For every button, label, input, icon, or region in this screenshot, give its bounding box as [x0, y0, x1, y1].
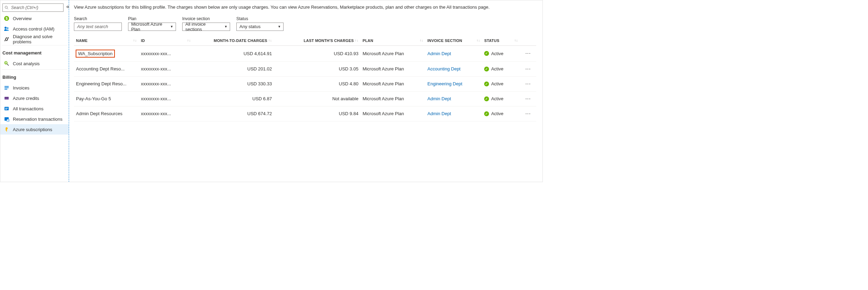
svg-line-8 — [7, 64, 9, 66]
nav-overview[interactable]: $Overview — [0, 13, 69, 24]
row-more-button[interactable]: ··· — [520, 61, 536, 76]
plan-value: Microsoft Azure Plan — [361, 61, 425, 76]
status-check-icon — [484, 96, 489, 101]
invoice-section-link[interactable]: Admin Dept — [425, 91, 482, 106]
filter-status-value: Any status — [239, 24, 261, 29]
col-id[interactable]: ID↑↓ — [139, 36, 193, 46]
last-month-charges: USD 9.84 — [274, 106, 360, 121]
mtd-charges: USD 674.72 — [193, 106, 274, 121]
invoice-section-link[interactable]: Admin Dept — [425, 45, 482, 61]
mtd-charges: USD 6.87 — [193, 91, 274, 106]
nav-iam[interactable]: Access control (IAM) — [0, 24, 69, 34]
nav-label: Access control (IAM) — [13, 26, 54, 32]
col-name[interactable]: NAME↑↓ — [74, 36, 139, 46]
subscription-id: xxxxxxxx-xxx... — [139, 45, 193, 61]
plan-value: Microsoft Azure Plan — [361, 45, 425, 61]
status-text: Active — [491, 51, 503, 56]
page-description: View Azure subscriptions for this billin… — [74, 4, 536, 11]
invoice-section-link[interactable]: Engineering Dept — [425, 76, 482, 91]
filter-invoice-label: Invoice section — [182, 16, 230, 21]
transactions-icon — [4, 106, 9, 111]
filter-invoice-select[interactable]: All invoice sections ▾ — [182, 23, 230, 31]
credits-icon — [4, 95, 9, 101]
nav-transactions[interactable]: All transactions — [0, 103, 69, 114]
nav-credits[interactable]: Azure credits — [0, 93, 69, 103]
mtd-charges: USD 4,614.91 — [193, 45, 274, 61]
filter-status-select[interactable]: Any status ▾ — [236, 23, 284, 31]
filter-plan-value: Microsoft Azure Plan — [131, 22, 168, 32]
table-row[interactable]: Admin Dept Resourcesxxxxxxxx-xxx...USD 6… — [74, 106, 536, 121]
nav-label: Overview — [13, 16, 32, 21]
reservations-icon — [4, 116, 9, 122]
col-status[interactable]: STATUS↑↓ — [482, 36, 520, 46]
col-plan[interactable]: PLAN↑↓ — [361, 36, 425, 46]
table-row[interactable]: Engineering Dept Reso...xxxxxxxx-xxx...U… — [74, 76, 536, 91]
svg-point-4 — [5, 27, 7, 29]
nav-diagnose[interactable]: Diagnose and solve problems — [0, 34, 69, 44]
col-invoice[interactable]: INVOICE SECTION↑↓ — [425, 36, 482, 46]
status-text: Active — [491, 111, 503, 116]
status-check-icon — [484, 82, 489, 86]
sidebar: « $OverviewAccess control (IAM)Diagnose … — [0, 0, 69, 182]
row-more-button[interactable]: ··· — [520, 106, 536, 121]
svg-rect-21 — [5, 129, 6, 131]
svg-point-5 — [7, 27, 9, 29]
nav-invoices[interactable]: Invoices — [0, 83, 69, 93]
nav-label: All transactions — [13, 106, 43, 111]
invoices-icon — [4, 85, 9, 91]
diagnose-icon — [4, 36, 9, 42]
status-text: Active — [491, 96, 503, 101]
nav-label: Diagnose and solve problems — [13, 34, 69, 44]
row-more-button[interactable]: ··· — [520, 76, 536, 91]
nav-reservations[interactable]: Reservation transactions — [0, 114, 69, 124]
table-row[interactable]: Pay-As-You-Go 5xxxxxxxx-xxx...USD 6.87No… — [74, 91, 536, 106]
chevron-down-icon: ▾ — [278, 24, 280, 29]
filter-plan-select[interactable]: Microsoft Azure Plan ▾ — [128, 23, 176, 31]
nav-cost-analysis[interactable]: $Cost analysis — [0, 58, 69, 69]
subscription-id: xxxxxxxx-xxx... — [139, 106, 193, 121]
subscriptions-icon — [4, 127, 9, 132]
table-row[interactable]: Accounting Dept Reso...xxxxxxxx-xxx...US… — [74, 61, 536, 76]
last-month-charges: Not available — [274, 91, 360, 106]
last-month-charges: USD 4.80 — [274, 76, 360, 91]
subscriptions-table: NAME↑↓ ID↑↓ MONTH-TO-DATE CHARGES↑↓ LAST… — [74, 36, 536, 121]
subscription-name: Admin Dept Resources — [76, 111, 123, 116]
iam-icon — [4, 26, 9, 32]
cost-analysis-icon: $ — [4, 61, 9, 66]
nav-label: Azure subscriptions — [13, 127, 52, 132]
row-more-button[interactable]: ··· — [520, 45, 536, 61]
svg-rect-16 — [5, 109, 7, 110]
col-last[interactable]: LAST MONTH'S CHARGES↑↓ — [274, 36, 360, 46]
invoice-section-link[interactable]: Admin Dept — [425, 106, 482, 121]
subscription-id: xxxxxxxx-xxx... — [139, 76, 193, 91]
sidebar-search-input[interactable] — [2, 3, 64, 12]
col-mtd[interactable]: MONTH-TO-DATE CHARGES↑↓ — [193, 36, 274, 46]
search-icon — [5, 6, 9, 10]
filter-status-label: Status — [236, 16, 284, 21]
overview-icon: $ — [4, 16, 9, 21]
svg-line-1 — [7, 8, 8, 9]
mtd-charges: USD 201.02 — [193, 61, 274, 76]
svg-text:$: $ — [6, 16, 8, 20]
filter-search-input[interactable] — [74, 23, 122, 31]
status-check-icon — [484, 67, 489, 71]
invoice-section-link[interactable]: Accounting Dept — [425, 61, 482, 76]
main-content: View Azure subscriptions for this billin… — [69, 0, 542, 182]
chevron-down-icon: ▾ — [225, 24, 227, 29]
section-billing: Billing — [0, 70, 69, 83]
status-check-icon — [484, 51, 489, 56]
svg-rect-20 — [6, 129, 7, 131]
collapse-sidebar-icon[interactable]: « — [66, 3, 69, 10]
table-row[interactable]: WA_Subscriptionxxxxxxxx-xxx...USD 4,614.… — [74, 45, 536, 61]
status-check-icon — [484, 111, 489, 116]
subscription-id: xxxxxxxx-xxx... — [139, 61, 193, 76]
filter-bar: Search Plan Microsoft Azure Plan ▾ Invoi… — [74, 16, 536, 31]
svg-rect-14 — [5, 107, 9, 110]
nav-subscriptions[interactable]: Azure subscriptions — [0, 124, 69, 135]
nav-label: Cost analysis — [13, 61, 40, 66]
nav-label: Reservation transactions — [13, 117, 62, 122]
svg-point-0 — [5, 6, 8, 9]
nav-label: Invoices — [13, 85, 30, 91]
plan-value: Microsoft Azure Plan — [361, 91, 425, 106]
row-more-button[interactable]: ··· — [520, 91, 536, 106]
